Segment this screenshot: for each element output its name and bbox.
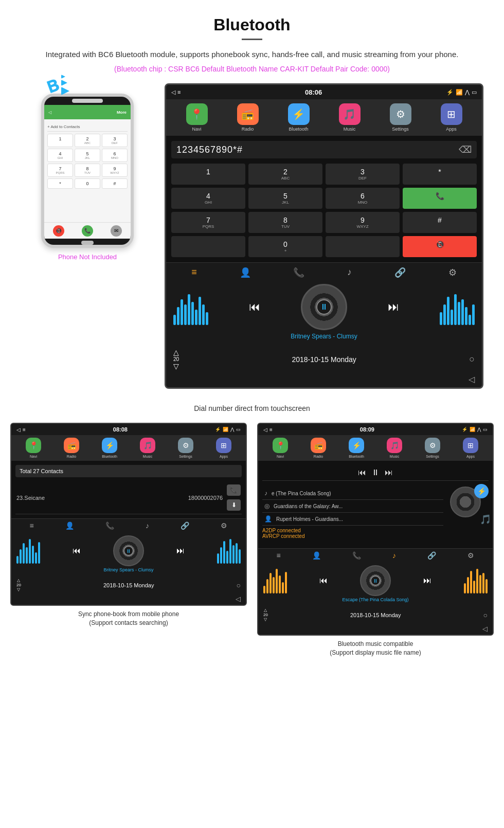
- phone-key-8[interactable]: 8TUV: [75, 164, 100, 177]
- pb-music-icon[interactable]: 🎵 Music: [140, 438, 155, 458]
- dial-key-3[interactable]: 3DEF: [326, 164, 400, 185]
- pb-date-arrows[interactable]: △ 20 ▽: [16, 578, 21, 592]
- phone-key-5[interactable]: 5JKL: [75, 149, 100, 162]
- btm-down-arrow[interactable]: ▽: [264, 617, 267, 622]
- toolbar-menu-icon[interactable]: ≡: [191, 267, 197, 278]
- btm-apps-icon[interactable]: ⊞ Apps: [463, 438, 478, 458]
- toolbar-gear-icon[interactable]: ⚙: [448, 267, 457, 278]
- phone-key-2[interactable]: 2ABC: [75, 134, 100, 147]
- prev-btn[interactable]: ⏮: [249, 300, 260, 314]
- disc-center: ⏸: [316, 299, 332, 315]
- dial-key-0[interactable]: 0+: [248, 236, 322, 257]
- app-icon-music[interactable]: 🎵 Music: [339, 103, 361, 132]
- btm-toolbar-notes[interactable]: ♪: [392, 551, 396, 560]
- phone-msg-btn[interactable]: ✉: [111, 225, 122, 237]
- btm-bt-app-icon[interactable]: ⚡ Bluetooth: [349, 438, 364, 458]
- btm-back-icon[interactable]: ◁: [263, 427, 267, 433]
- pb-toolbar-recent[interactable]: 📞: [105, 521, 114, 530]
- pb-toolbar-notes[interactable]: ♪: [146, 521, 149, 530]
- pb-bt-app-icon[interactable]: ⚡ Bluetooth: [102, 438, 117, 458]
- dial-key-hash[interactable]: #: [403, 212, 477, 233]
- pb-navi-icon[interactable]: 📍 Navi: [26, 438, 41, 458]
- dial-key-8[interactable]: 8TUV: [248, 212, 322, 233]
- dial-key-7[interactable]: 7PQRS: [171, 212, 245, 233]
- btm-next[interactable]: ⏭: [385, 468, 393, 477]
- pb-toolbar-menu[interactable]: ≡: [30, 521, 34, 530]
- btm-pause[interactable]: ⏸: [371, 468, 380, 477]
- dial-key-9[interactable]: 9WXYZ: [326, 212, 400, 233]
- btm-up-arrow[interactable]: △: [264, 608, 267, 613]
- next-btn[interactable]: ⏭: [388, 300, 399, 314]
- pb-radio-icon[interactable]: 📻 Radio: [64, 438, 79, 458]
- arrow-up-icon[interactable]: △: [173, 348, 179, 356]
- btm-home-icon[interactable]: ○: [483, 611, 488, 619]
- btm-radio-icon[interactable]: 📻 Radio: [311, 438, 326, 458]
- phone-home-btn[interactable]: [81, 241, 94, 245]
- btm-prev[interactable]: ⏮: [358, 468, 366, 477]
- pb-up-arrow[interactable]: △: [17, 578, 20, 583]
- phonebook-search[interactable]: Total 27 Contacts: [15, 465, 242, 477]
- phone-key-1[interactable]: 1: [47, 134, 73, 147]
- toolbar-recent-icon[interactable]: 📞: [293, 267, 304, 278]
- phone-key-9[interactable]: 9WXYZ: [102, 164, 128, 177]
- pb-down-arrow[interactable]: ▽: [17, 587, 20, 592]
- phone-call-btn[interactable]: 📞: [82, 225, 93, 237]
- pb-settings-icon[interactable]: ⚙ Settings: [178, 438, 193, 458]
- btm-settings-icon[interactable]: ⚙ Settings: [425, 438, 440, 458]
- btm-date-arrows[interactable]: △ 20 ▽: [263, 608, 268, 622]
- pb-back-icon[interactable]: ◁: [16, 427, 21, 433]
- date-arrows[interactable]: △ 20 ▽: [173, 348, 179, 370]
- dial-key-5[interactable]: 5JKL: [248, 188, 322, 209]
- phone-key-7[interactable]: 7PQRS: [47, 164, 73, 177]
- dial-key-2[interactable]: 2ABC: [248, 164, 322, 185]
- back-arrow-icon[interactable]: ◁: [171, 89, 175, 96]
- phone-end-btn[interactable]: 📵: [53, 225, 64, 237]
- back-triangle-icon[interactable]: ◁: [469, 374, 475, 384]
- btm-music-icon[interactable]: 🎵 Music: [387, 438, 402, 458]
- contact-call-btn[interactable]: 📞: [227, 484, 241, 496]
- play-pause-icon[interactable]: ⏸: [320, 302, 328, 312]
- dial-key-4[interactable]: 4GHI: [171, 188, 245, 209]
- dial-key-star[interactable]: *: [403, 164, 477, 185]
- btm-next-btn[interactable]: ⏭: [423, 576, 431, 585]
- pb-toolbar-link[interactable]: 🔗: [181, 521, 189, 530]
- pb-back-triangle[interactable]: ◁: [236, 595, 241, 603]
- pb-next-btn[interactable]: ⏭: [176, 546, 185, 555]
- toolbar-notes-icon[interactable]: ♪: [347, 267, 352, 278]
- pb-toolbar-contacts[interactable]: 👤: [65, 521, 74, 530]
- pb-prev-btn[interactable]: ⏮: [73, 546, 81, 555]
- btm-navi-icon[interactable]: 📍 Navi: [273, 438, 288, 458]
- phone-key-4[interactable]: 4GHI: [47, 149, 73, 162]
- btm-toolbar-gear[interactable]: ⚙: [467, 551, 474, 560]
- dial-call-btn[interactable]: 📞: [403, 188, 477, 209]
- phone-key-star[interactable]: *: [47, 178, 73, 189]
- app-icon-navi[interactable]: 📍 Navi: [186, 103, 208, 132]
- btm-disc-center: ⏸: [370, 575, 381, 586]
- app-icon-radio[interactable]: 📻 Radio: [237, 103, 259, 132]
- pb-toolbar-gear[interactable]: ⚙: [221, 521, 227, 530]
- phone-key-0[interactable]: 0: [75, 178, 100, 189]
- btm-back-triangle[interactable]: ◁: [482, 625, 488, 633]
- btm-toolbar-contacts[interactable]: 👤: [312, 551, 321, 560]
- backspace-icon[interactable]: ⌫: [459, 144, 472, 155]
- app-icon-settings[interactable]: ⚙ Settings: [390, 103, 411, 132]
- btm-toolbar-link[interactable]: 🔗: [427, 551, 436, 560]
- phone-key-6[interactable]: 6MNO: [102, 149, 128, 162]
- pb-apps-icon[interactable]: ⊞ Apps: [216, 438, 231, 458]
- pb-home-icon[interactable]: ○: [237, 581, 241, 589]
- btm-toolbar-menu[interactable]: ≡: [277, 551, 281, 560]
- toolbar-link-icon[interactable]: 🔗: [394, 267, 406, 278]
- toolbar-contacts-icon[interactable]: 👤: [240, 267, 251, 278]
- dial-end-btn[interactable]: 📵: [403, 236, 477, 257]
- phone-key-3[interactable]: 3DEF: [102, 134, 128, 147]
- home-circle-icon[interactable]: ○: [469, 354, 475, 365]
- app-icon-bluetooth[interactable]: ⚡ Bluetooth: [288, 103, 310, 132]
- app-icon-apps[interactable]: ⊞ Apps: [441, 103, 462, 132]
- dial-key-6[interactable]: 6MNO: [326, 188, 400, 209]
- arrow-down-icon[interactable]: ▽: [173, 362, 179, 370]
- contact-save-btn[interactable]: ⬇: [227, 499, 241, 511]
- btm-prev-btn[interactable]: ⏮: [319, 576, 328, 585]
- dial-key-1[interactable]: 1: [171, 164, 245, 185]
- phone-key-hash[interactable]: #: [102, 178, 128, 189]
- btm-toolbar-recent[interactable]: 📞: [352, 551, 361, 560]
